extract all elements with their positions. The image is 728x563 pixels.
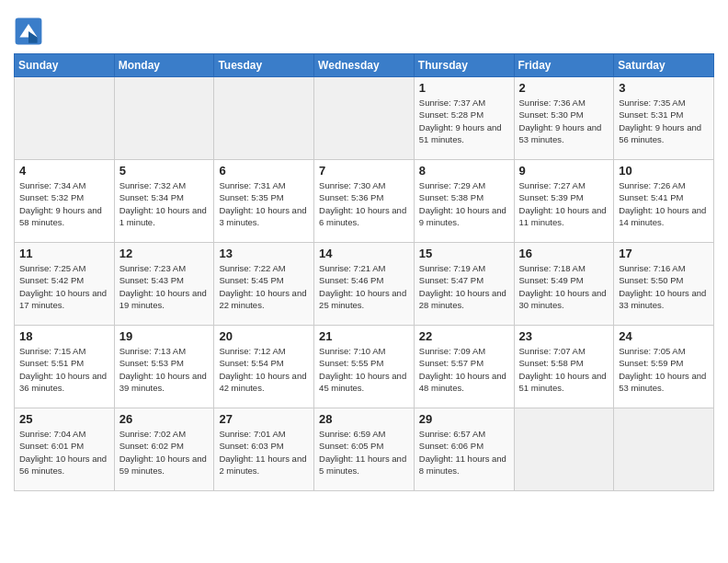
day-number: 22 [419, 329, 509, 343]
day-info: Sunrise: 7:12 AM Sunset: 5:54 PM Dayligh… [219, 345, 309, 394]
day-info: Sunrise: 7:07 AM Sunset: 5:58 PM Dayligh… [519, 345, 609, 394]
day-info: Sunrise: 7:18 AM Sunset: 5:49 PM Dayligh… [519, 262, 609, 311]
day-info: Sunrise: 7:37 AM Sunset: 5:28 PM Dayligh… [419, 97, 509, 145]
day-info: Sunrise: 7:05 AM Sunset: 5:59 PM Dayligh… [619, 345, 709, 394]
calendar-cell: 8Sunrise: 7:29 AM Sunset: 5:38 PM Daylig… [414, 160, 514, 243]
day-number: 28 [319, 412, 409, 426]
day-number: 20 [219, 329, 309, 343]
calendar-cell [614, 408, 714, 491]
calendar-cell: 9Sunrise: 7:27 AM Sunset: 5:39 PM Daylig… [514, 160, 614, 243]
logo-icon [14, 17, 43, 46]
day-info: Sunrise: 7:26 AM Sunset: 5:41 PM Dayligh… [619, 179, 709, 228]
calendar-cell: 17Sunrise: 7:16 AM Sunset: 5:50 PM Dayli… [614, 243, 714, 326]
calendar-cell: 24Sunrise: 7:05 AM Sunset: 5:59 PM Dayli… [614, 326, 714, 408]
day-number: 11 [19, 247, 109, 260]
day-info: Sunrise: 7:09 AM Sunset: 5:57 PM Dayligh… [419, 345, 509, 394]
calendar-cell: 2Sunrise: 7:36 AM Sunset: 5:30 PM Daylig… [514, 77, 614, 160]
day-number: 1 [419, 81, 509, 95]
day-number: 21 [319, 329, 409, 343]
calendar-cell: 10Sunrise: 7:26 AM Sunset: 5:41 PM Dayli… [614, 160, 714, 243]
day-info: Sunrise: 7:25 AM Sunset: 5:42 PM Dayligh… [19, 262, 109, 311]
calendar-week-row: 18Sunrise: 7:15 AM Sunset: 5:51 PM Dayli… [15, 326, 714, 408]
day-number: 18 [19, 329, 109, 343]
day-number: 17 [619, 247, 709, 260]
day-number: 27 [219, 412, 309, 426]
calendar-cell: 11Sunrise: 7:25 AM Sunset: 5:42 PM Dayli… [15, 243, 115, 326]
day-number: 10 [619, 164, 709, 178]
calendar-header-monday: Monday [114, 54, 214, 77]
day-number: 9 [519, 164, 609, 178]
day-info: Sunrise: 7:29 AM Sunset: 5:38 PM Dayligh… [419, 179, 509, 228]
day-info: Sunrise: 6:59 AM Sunset: 6:05 PM Dayligh… [319, 428, 409, 477]
calendar-cell: 12Sunrise: 7:23 AM Sunset: 5:43 PM Dayli… [114, 243, 214, 326]
calendar-header-tuesday: Tuesday [214, 54, 314, 77]
day-number: 25 [19, 412, 109, 426]
calendar-cell: 1Sunrise: 7:37 AM Sunset: 5:28 PM Daylig… [414, 77, 514, 160]
day-info: Sunrise: 7:01 AM Sunset: 6:03 PM Dayligh… [219, 428, 309, 477]
calendar-cell: 4Sunrise: 7:34 AM Sunset: 5:32 PM Daylig… [15, 160, 115, 243]
calendar-cell: 25Sunrise: 7:04 AM Sunset: 6:01 PM Dayli… [15, 408, 115, 491]
calendar-cell: 13Sunrise: 7:22 AM Sunset: 5:45 PM Dayli… [214, 243, 314, 326]
calendar-cell: 22Sunrise: 7:09 AM Sunset: 5:57 PM Dayli… [414, 326, 514, 408]
calendar-cell: 18Sunrise: 7:15 AM Sunset: 5:51 PM Dayli… [15, 326, 115, 408]
day-info: Sunrise: 7:16 AM Sunset: 5:50 PM Dayligh… [619, 262, 709, 311]
calendar-cell: 14Sunrise: 7:21 AM Sunset: 5:46 PM Dayli… [314, 243, 415, 326]
day-info: Sunrise: 7:19 AM Sunset: 5:47 PM Dayligh… [419, 262, 509, 311]
day-info: Sunrise: 7:27 AM Sunset: 5:39 PM Dayligh… [519, 179, 609, 228]
calendar-cell [114, 77, 214, 160]
day-info: Sunrise: 7:30 AM Sunset: 5:36 PM Dayligh… [319, 179, 409, 228]
calendar-header-sunday: Sunday [15, 54, 115, 77]
day-info: Sunrise: 7:21 AM Sunset: 5:46 PM Dayligh… [319, 262, 409, 311]
calendar-header-row: SundayMondayTuesdayWednesdayThursdayFrid… [15, 54, 714, 77]
day-number: 29 [419, 412, 509, 426]
day-info: Sunrise: 7:35 AM Sunset: 5:31 PM Dayligh… [619, 97, 709, 145]
page-header [14, 9, 714, 46]
day-info: Sunrise: 7:22 AM Sunset: 5:45 PM Dayligh… [219, 262, 309, 311]
calendar-cell: 19Sunrise: 7:13 AM Sunset: 5:53 PM Dayli… [114, 326, 214, 408]
day-number: 3 [619, 81, 709, 95]
calendar-cell [214, 77, 314, 160]
calendar-header-saturday: Saturday [614, 54, 714, 77]
day-number: 19 [119, 329, 210, 343]
day-info: Sunrise: 7:10 AM Sunset: 5:55 PM Dayligh… [319, 345, 409, 394]
calendar-week-row: 25Sunrise: 7:04 AM Sunset: 6:01 PM Dayli… [15, 408, 714, 491]
calendar-cell: 21Sunrise: 7:10 AM Sunset: 5:55 PM Dayli… [314, 326, 415, 408]
calendar-cell: 15Sunrise: 7:19 AM Sunset: 5:47 PM Dayli… [414, 243, 514, 326]
day-number: 4 [19, 164, 109, 178]
logo [14, 17, 47, 46]
calendar-cell [15, 77, 115, 160]
day-number: 26 [119, 412, 210, 426]
day-number: 15 [419, 247, 509, 260]
day-number: 16 [519, 247, 609, 260]
day-info: Sunrise: 7:13 AM Sunset: 5:53 PM Dayligh… [119, 345, 210, 394]
day-info: Sunrise: 7:04 AM Sunset: 6:01 PM Dayligh… [19, 428, 109, 477]
calendar-cell: 29Sunrise: 6:57 AM Sunset: 6:06 PM Dayli… [414, 408, 514, 491]
calendar-header-wednesday: Wednesday [314, 54, 415, 77]
calendar-cell: 28Sunrise: 6:59 AM Sunset: 6:05 PM Dayli… [314, 408, 415, 491]
calendar-week-row: 1Sunrise: 7:37 AM Sunset: 5:28 PM Daylig… [15, 77, 714, 160]
calendar-cell [514, 408, 614, 491]
day-info: Sunrise: 7:31 AM Sunset: 5:35 PM Dayligh… [219, 179, 309, 228]
day-number: 2 [519, 81, 609, 95]
calendar-header-friday: Friday [514, 54, 614, 77]
day-number: 7 [319, 164, 409, 178]
day-info: Sunrise: 7:36 AM Sunset: 5:30 PM Dayligh… [519, 97, 609, 145]
calendar-cell: 3Sunrise: 7:35 AM Sunset: 5:31 PM Daylig… [614, 77, 714, 160]
day-number: 8 [419, 164, 509, 178]
calendar-cell: 7Sunrise: 7:30 AM Sunset: 5:36 PM Daylig… [314, 160, 415, 243]
day-info: Sunrise: 7:34 AM Sunset: 5:32 PM Dayligh… [19, 179, 109, 228]
calendar-week-row: 11Sunrise: 7:25 AM Sunset: 5:42 PM Dayli… [15, 243, 714, 326]
day-number: 13 [219, 247, 309, 260]
day-info: Sunrise: 7:02 AM Sunset: 6:02 PM Dayligh… [119, 428, 210, 477]
calendar-cell: 26Sunrise: 7:02 AM Sunset: 6:02 PM Dayli… [114, 408, 214, 491]
calendar-week-row: 4Sunrise: 7:34 AM Sunset: 5:32 PM Daylig… [15, 160, 714, 243]
calendar-cell: 20Sunrise: 7:12 AM Sunset: 5:54 PM Dayli… [214, 326, 314, 408]
calendar-cell [314, 77, 415, 160]
day-info: Sunrise: 7:32 AM Sunset: 5:34 PM Dayligh… [119, 179, 210, 228]
day-number: 24 [619, 329, 709, 343]
calendar-table: SundayMondayTuesdayWednesdayThursdayFrid… [14, 53, 714, 491]
calendar-header-thursday: Thursday [414, 54, 514, 77]
day-number: 14 [319, 247, 409, 260]
calendar-cell: 5Sunrise: 7:32 AM Sunset: 5:34 PM Daylig… [114, 160, 214, 243]
calendar-cell: 23Sunrise: 7:07 AM Sunset: 5:58 PM Dayli… [514, 326, 614, 408]
